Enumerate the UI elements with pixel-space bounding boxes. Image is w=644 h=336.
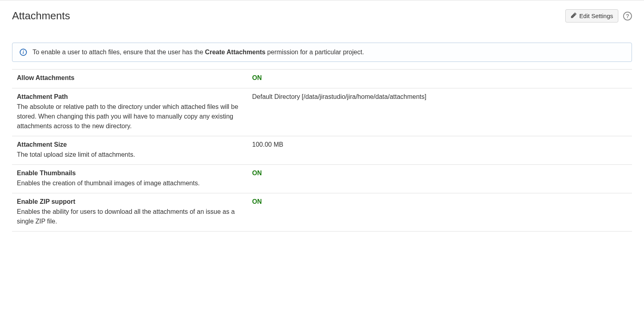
setting-value: 100.00 MB xyxy=(252,141,283,148)
attachments-settings-page: Attachments Edit Settings ? i To enable … xyxy=(0,0,644,232)
setting-title: Attachment Size xyxy=(17,141,244,148)
setting-value-col: ON xyxy=(249,70,632,88)
setting-value-col: ON xyxy=(249,165,632,193)
setting-row-enable-zip: Enable ZIP support Enables the ability f… xyxy=(12,193,632,232)
setting-row-attachment-path: Attachment Path The absolute or relative… xyxy=(12,88,632,136)
setting-description: Enables the creation of thumbnail images… xyxy=(17,178,244,188)
setting-value-col: 100.00 MB xyxy=(249,136,632,164)
setting-description: Enables the ability for users to downloa… xyxy=(17,207,244,226)
info-icon: i xyxy=(20,49,27,56)
settings-table: Allow Attachments ON Attachment Path The… xyxy=(12,69,632,232)
info-banner: i To enable a user to attach files, ensu… xyxy=(12,43,632,62)
setting-value: Default Directory [/data/jirastudio/jira… xyxy=(252,93,426,100)
setting-value: ON xyxy=(252,198,262,205)
setting-value-col: Default Directory [/data/jirastudio/jira… xyxy=(249,88,632,136)
header-actions: Edit Settings ? xyxy=(565,9,632,23)
help-icon[interactable]: ? xyxy=(623,12,632,20)
setting-label-col: Attachment Size The total upload size li… xyxy=(12,136,249,164)
page-title: Attachments xyxy=(12,10,70,22)
setting-label-col: Enable ZIP support Enables the ability f… xyxy=(12,193,249,231)
setting-value: ON xyxy=(252,170,262,176)
banner-text-after: permission for a particular project. xyxy=(265,49,364,55)
setting-label-col: Enable Thumbnails Enables the creation o… xyxy=(12,165,249,193)
setting-title: Attachment Path xyxy=(17,93,244,100)
info-banner-text: To enable a user to attach files, ensure… xyxy=(33,49,364,56)
setting-row-allow-attachments: Allow Attachments ON xyxy=(12,69,632,88)
setting-label-col: Allow Attachments xyxy=(12,70,249,88)
setting-title: Enable Thumbnails xyxy=(17,170,244,177)
setting-description: The total upload size limit of attachmen… xyxy=(17,150,244,160)
setting-row-enable-thumbnails: Enable Thumbnails Enables the creation o… xyxy=(12,164,632,193)
setting-value-col: ON xyxy=(249,193,632,231)
setting-description: The absolute or relative path to the dir… xyxy=(17,102,244,131)
setting-row-attachment-size: Attachment Size The total upload size li… xyxy=(12,136,632,164)
edit-settings-button[interactable]: Edit Settings xyxy=(565,9,618,23)
setting-title: Allow Attachments xyxy=(17,74,244,82)
setting-label-col: Attachment Path The absolute or relative… xyxy=(12,88,249,136)
setting-title: Enable ZIP support xyxy=(17,198,244,205)
banner-text-before: To enable a user to attach files, ensure… xyxy=(33,49,205,55)
page-header: Attachments Edit Settings ? xyxy=(12,0,632,27)
pencil-icon xyxy=(571,12,577,20)
banner-text-bold: Create Attachments xyxy=(205,49,266,55)
setting-value: ON xyxy=(252,74,262,81)
edit-settings-label: Edit Settings xyxy=(579,12,613,19)
